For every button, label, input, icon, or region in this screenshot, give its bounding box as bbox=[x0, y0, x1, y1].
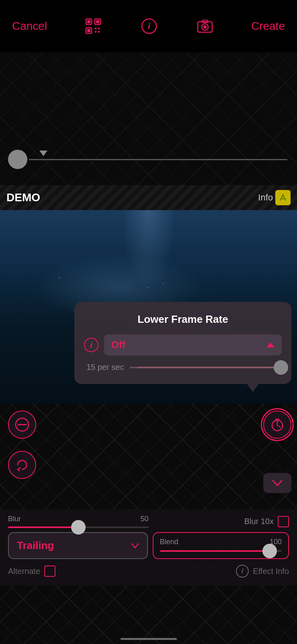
blur-value: 50 bbox=[140, 515, 148, 523]
blur-label: Blur bbox=[8, 515, 21, 523]
slider-triangle-indicator bbox=[39, 151, 47, 156]
info-button[interactable]: Info bbox=[258, 190, 291, 205]
demo-bar: DEMO Info bbox=[0, 185, 297, 210]
popup-tail bbox=[246, 383, 259, 392]
blur-row: Blur 50 Blur 10x bbox=[8, 515, 289, 528]
grid-slider-track[interactable] bbox=[29, 159, 287, 160]
alternate-section: Alternate bbox=[8, 566, 55, 577]
svg-point-14 bbox=[203, 25, 207, 29]
svg-rect-3 bbox=[96, 20, 99, 23]
fps-fill bbox=[137, 367, 282, 368]
cancel-button[interactable]: Cancel bbox=[12, 20, 47, 33]
blend-label: Blend bbox=[160, 538, 178, 546]
blend-section: Blend 100 bbox=[153, 532, 289, 559]
popup-info-icon[interactable]: i bbox=[84, 338, 98, 352]
light-ray bbox=[125, 210, 173, 283]
fps-label: 15 per sec bbox=[86, 363, 124, 372]
info-text: Info bbox=[258, 192, 273, 203]
grid-slider-thumb[interactable] bbox=[8, 150, 27, 169]
svg-rect-9 bbox=[98, 31, 100, 33]
effect-info-label: Effect Info bbox=[253, 567, 289, 576]
blur10x-section: Blur 10x bbox=[149, 516, 289, 527]
loop-button[interactable] bbox=[8, 451, 36, 479]
popup-controls-row: i Off bbox=[84, 334, 282, 355]
fps-slider-thumb[interactable] bbox=[274, 360, 288, 375]
chevron-up-icon bbox=[266, 343, 274, 347]
blur-section: Blur 50 bbox=[8, 515, 149, 528]
home-indicator bbox=[121, 638, 177, 640]
demo-label: DEMO bbox=[6, 191, 40, 204]
popup-title: Lower Frame Rate bbox=[84, 313, 282, 326]
trailing-label: Trailing bbox=[17, 539, 54, 552]
svg-rect-7 bbox=[98, 28, 100, 29]
blend-slider-thumb[interactable] bbox=[262, 544, 277, 558]
bottom-panel: Blur 50 Blur 10x Trailing Blend 100 bbox=[0, 509, 297, 586]
svg-line-20 bbox=[277, 425, 280, 427]
frame-rate-dropdown[interactable]: Off bbox=[104, 334, 282, 355]
grid-canvas bbox=[0, 52, 297, 185]
grid-slider-row bbox=[0, 150, 297, 169]
svg-rect-6 bbox=[95, 28, 96, 29]
trailing-dropdown[interactable]: Trailing bbox=[8, 532, 148, 559]
top-nav: Cancel i Create bbox=[0, 0, 297, 52]
effect-info-section[interactable]: i Effect Info bbox=[236, 565, 289, 578]
info-circle-icon[interactable]: i bbox=[139, 16, 159, 36]
svg-rect-1 bbox=[87, 20, 90, 23]
blur10x-checkbox[interactable] bbox=[278, 516, 289, 527]
fps-slider-row: 15 per sec bbox=[84, 363, 282, 372]
effect-info-icon: i bbox=[236, 565, 249, 578]
create-button[interactable]: Create bbox=[251, 20, 285, 33]
dropdown-value: Off bbox=[111, 339, 125, 351]
alternate-row: Alternate i Effect Info bbox=[8, 565, 289, 578]
svg-text:i: i bbox=[148, 22, 150, 31]
blend-slider[interactable] bbox=[160, 550, 282, 552]
alternate-label: Alternate bbox=[8, 567, 40, 576]
fps-slider-track[interactable] bbox=[129, 367, 282, 368]
info-badge bbox=[275, 190, 291, 205]
lower-frame-rate-popup: Lower Frame Rate i Off 15 per sec bbox=[74, 302, 291, 384]
camera-icon[interactable] bbox=[195, 16, 215, 36]
no-entry-button[interactable] bbox=[8, 411, 36, 439]
blur-slider[interactable] bbox=[8, 526, 149, 528]
timer-button[interactable] bbox=[263, 411, 291, 439]
collapse-button[interactable] bbox=[263, 473, 291, 493]
trailing-row: Trailing Blend 100 bbox=[8, 532, 289, 559]
svg-rect-5 bbox=[87, 29, 90, 32]
alternate-checkbox[interactable] bbox=[44, 566, 55, 577]
blur-slider-thumb[interactable] bbox=[71, 520, 86, 535]
blur10x-label: Blur 10x bbox=[244, 517, 274, 526]
svg-rect-8 bbox=[95, 31, 96, 33]
blend-header: Blend 100 bbox=[160, 538, 282, 546]
qr-icon[interactable] bbox=[83, 16, 103, 36]
